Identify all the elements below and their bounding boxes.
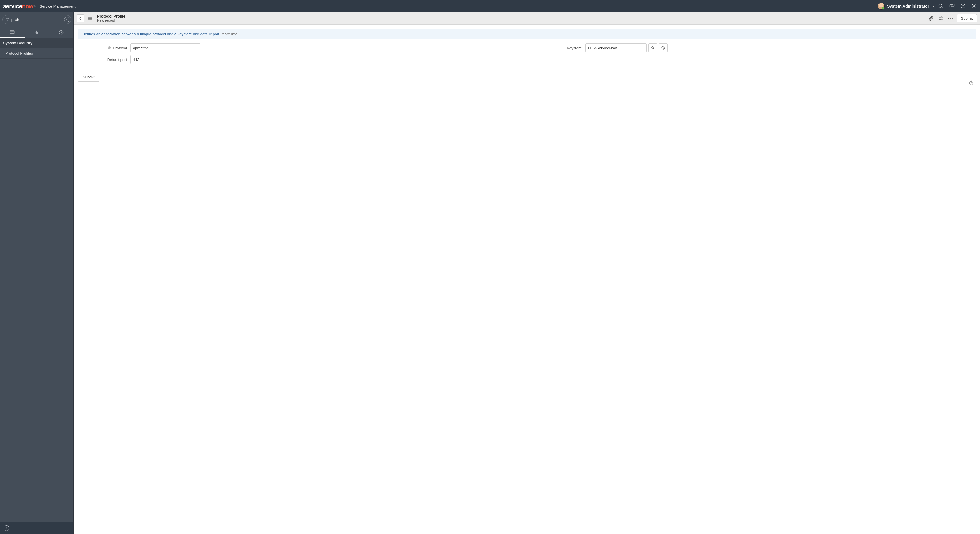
svg-point-6 — [974, 6, 975, 7]
top-banner: servicenow® Service Management System Ad… — [0, 0, 980, 12]
field-protocol: ✱ Protocol — [78, 43, 521, 52]
svg-line-1 — [942, 7, 943, 8]
response-time-button[interactable] — [968, 80, 974, 86]
gear-icon[interactable] — [971, 3, 977, 9]
svg-point-16 — [941, 17, 942, 18]
field-keystore: Keystore — [533, 43, 976, 52]
protocol-input[interactable] — [130, 43, 200, 52]
field-default-port: Default port — [78, 55, 521, 64]
info-text: Defines an association between a unique … — [82, 32, 221, 36]
apps-icon — [10, 29, 15, 35]
chevron-left-icon — [78, 16, 83, 21]
chat-icon[interactable] — [949, 3, 955, 9]
nav-tab-all[interactable] — [0, 27, 24, 38]
svg-point-18 — [939, 19, 940, 20]
submit-button-header[interactable]: Submit — [957, 14, 977, 22]
context-menu-button[interactable] — [86, 14, 94, 22]
search-icon — [651, 46, 655, 50]
menu-icon — [87, 16, 93, 21]
nav-tabs — [0, 27, 73, 38]
logo-text-left: service — [3, 3, 22, 10]
product-name: Service Management — [40, 4, 76, 8]
default-port-label: Default port — [107, 57, 127, 62]
user-name: System Administrator — [887, 4, 929, 8]
nav-filter-input[interactable] — [10, 17, 64, 22]
clear-filter-button[interactable] — [64, 17, 69, 22]
svg-rect-9 — [10, 30, 14, 33]
logo-text-right: now — [22, 3, 33, 10]
back-button[interactable] — [77, 14, 84, 22]
svg-line-20 — [653, 48, 654, 49]
required-icon: ✱ — [108, 45, 112, 51]
chevron-left-icon — [5, 527, 8, 530]
nav-tab-history[interactable] — [49, 27, 73, 38]
keystore-input[interactable] — [585, 43, 647, 52]
keystore-label: Keystore — [567, 46, 582, 50]
form-subtitle: New record — [97, 18, 126, 22]
clock-icon — [58, 29, 64, 35]
left-nav: System Security Protocol Profiles — [0, 12, 74, 534]
form-header: Protocol Profile New record Submit — [74, 12, 980, 24]
paperclip-icon — [928, 16, 934, 21]
search-icon[interactable] — [938, 3, 944, 9]
info-banner: Defines an association between a unique … — [78, 29, 976, 40]
keystore-info-button[interactable] — [659, 43, 668, 52]
personalize-form-button[interactable] — [937, 14, 945, 22]
avatar — [878, 3, 885, 10]
stopwatch-icon — [968, 80, 974, 86]
main-frame: Protocol Profile New record Submit Defin… — [74, 12, 980, 534]
nav-tab-favorites[interactable] — [24, 27, 49, 38]
nav-filter — [2, 15, 71, 24]
form-title: Protocol Profile — [97, 14, 126, 18]
filter-icon — [6, 17, 10, 22]
user-menu[interactable]: System Administrator — [878, 3, 934, 10]
more-options-button[interactable] — [947, 14, 955, 22]
protocol-label: Protocol — [113, 46, 127, 50]
caret-down-icon — [932, 6, 934, 7]
sliders-icon — [938, 16, 944, 21]
logo[interactable]: servicenow® — [3, 3, 36, 10]
info-icon — [661, 46, 665, 50]
star-icon — [34, 30, 40, 35]
nav-item-protocol-profiles[interactable]: Protocol Profiles — [0, 48, 73, 59]
svg-point-19 — [651, 46, 653, 48]
keystore-lookup-button[interactable] — [648, 43, 657, 52]
logo-registered: ® — [34, 5, 36, 8]
svg-point-0 — [939, 4, 942, 8]
more-icon — [948, 18, 953, 19]
close-icon — [65, 18, 68, 21]
nav-section-system-security[interactable]: System Security — [0, 38, 73, 48]
default-port-input[interactable] — [130, 55, 200, 64]
svg-rect-2 — [950, 5, 953, 7]
submit-button[interactable]: Submit — [78, 73, 99, 82]
help-icon[interactable] — [960, 3, 966, 9]
collapse-nav-button[interactable] — [3, 525, 10, 531]
more-info-link[interactable]: More Info — [221, 32, 237, 36]
attachment-button[interactable] — [927, 14, 935, 22]
